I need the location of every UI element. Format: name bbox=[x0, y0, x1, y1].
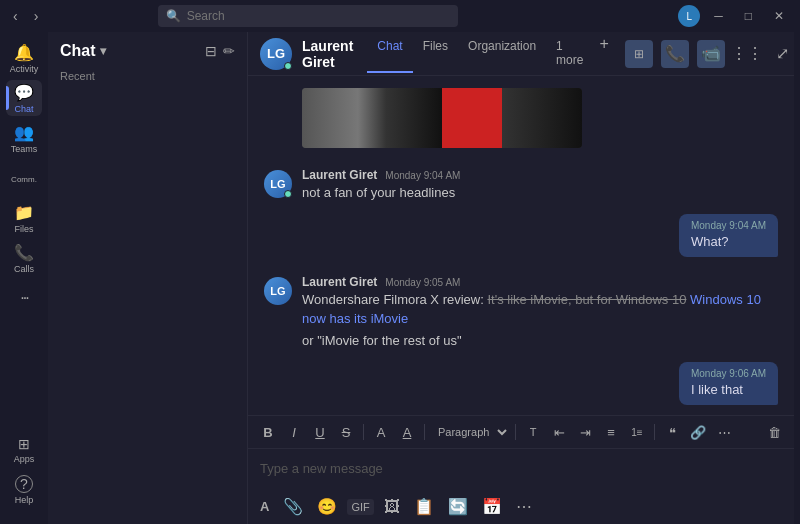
user-avatar: L bbox=[678, 5, 700, 27]
sidebar-item-communities[interactable]: Comm. bbox=[6, 160, 42, 196]
calls-icon: 📞 bbox=[14, 243, 34, 262]
sidebar-item-help[interactable]: ? Help bbox=[6, 472, 42, 508]
filter-icon[interactable]: ⊟ bbox=[205, 43, 217, 59]
help-label: Help bbox=[15, 495, 34, 505]
more-compose-icon[interactable]: ⋯ bbox=[512, 493, 536, 520]
message-group: LG Laurent Giret Monday 9:04 AM not a fa… bbox=[264, 168, 778, 202]
chat-area: LG Laurent Giret Chat Files Organization… bbox=[248, 32, 794, 524]
messages-container[interactable]: LG Laurent Giret Monday 9:04 AM not a fa… bbox=[248, 76, 794, 415]
msg-text: not a fan of your headlines bbox=[302, 184, 778, 202]
indent-button[interactable]: ⇤ bbox=[547, 420, 571, 444]
left-panel: Chat ▾ ⊟ ✏ Recent bbox=[48, 32, 248, 524]
font-highlight-button[interactable]: A bbox=[395, 420, 419, 444]
ordered-list-button[interactable]: 1≡ bbox=[625, 420, 649, 444]
link-button[interactable]: 🔗 bbox=[686, 420, 710, 444]
far-sidebar: 🔔 Activity 💬 Chat 👥 Teams Comm. 📁 Files … bbox=[0, 32, 48, 524]
msg-body: Laurent Giret Monday 9:05 AM Wondershare… bbox=[302, 275, 778, 350]
sent-bubble: Monday 9:04 AM What? bbox=[679, 214, 778, 257]
window-controls: L ─ □ ✕ bbox=[678, 5, 792, 27]
panel-title-chevron[interactable]: ▾ bbox=[100, 44, 106, 58]
search-bar[interactable]: 🔍 bbox=[158, 5, 458, 27]
format-icon[interactable]: A bbox=[256, 495, 273, 518]
sidebar-item-apps[interactable]: ⊞ Apps bbox=[6, 432, 42, 468]
maximize-button[interactable]: □ bbox=[737, 7, 760, 25]
bubble-text: What? bbox=[691, 233, 766, 251]
files-label: Files bbox=[14, 224, 33, 234]
chat-tabs: Chat Files Organization 1 more + bbox=[367, 35, 614, 73]
bubble-time: Monday 9:04 AM bbox=[691, 220, 766, 231]
msg-sender: Laurent Giret bbox=[302, 168, 377, 182]
msg-text: Wondershare Filmora X review: It's like … bbox=[302, 291, 778, 327]
tab-chat[interactable]: Chat bbox=[367, 35, 412, 73]
meet-icon[interactable]: 📋 bbox=[410, 493, 438, 520]
sidebar-item-chat[interactable]: 💬 Chat bbox=[6, 80, 42, 116]
italic-button[interactable]: I bbox=[282, 420, 306, 444]
bubble-time: Monday 9:06 AM bbox=[691, 368, 766, 379]
bullet-list-button[interactable]: ≡ bbox=[599, 420, 623, 444]
audio-call-button[interactable]: 📞 bbox=[661, 40, 689, 68]
toolbar-separator bbox=[515, 424, 516, 440]
search-icon: 🔍 bbox=[166, 9, 181, 23]
sidebar-item-more[interactable]: ··· bbox=[6, 280, 42, 316]
title-bar: ‹ › 🔍 L ─ □ ✕ bbox=[0, 0, 800, 32]
expand-button[interactable]: ⤢ bbox=[769, 40, 794, 68]
more-icon: ··· bbox=[20, 289, 27, 307]
minimize-button[interactable]: ─ bbox=[706, 7, 731, 25]
search-input[interactable] bbox=[187, 9, 450, 23]
contact-avatar: LG bbox=[260, 38, 292, 70]
status-dot bbox=[284, 62, 292, 70]
avatar-initials: LG bbox=[267, 46, 285, 61]
strikethrough-text: It's like iMovie, but for Windows 10 bbox=[487, 292, 686, 307]
loop-icon[interactable]: 🔄 bbox=[444, 493, 472, 520]
new-chat-icon[interactable]: ✏ bbox=[223, 43, 235, 59]
sent-bubble: Monday 9:06 AM I like that bbox=[679, 362, 778, 405]
forward-button[interactable]: › bbox=[29, 6, 44, 26]
recent-label: Recent bbox=[48, 66, 247, 86]
panel-actions: ⊟ ✏ bbox=[205, 43, 235, 59]
scrollbar-track bbox=[794, 32, 800, 524]
chat-label: Chat bbox=[14, 104, 33, 114]
msg-second-line: or "iMovie for the rest of us" bbox=[302, 332, 778, 350]
attach-icon[interactable]: 📎 bbox=[279, 493, 307, 520]
back-button[interactable]: ‹ bbox=[8, 6, 23, 26]
bold-button[interactable]: B bbox=[256, 420, 280, 444]
more-format-button[interactable]: ⋯ bbox=[712, 420, 736, 444]
group-call-button[interactable]: ⊞ bbox=[625, 40, 653, 68]
paragraph-select[interactable]: Paragraph Heading 1 Heading 2 bbox=[430, 423, 510, 441]
tab-files[interactable]: Files bbox=[413, 35, 458, 73]
image-preview bbox=[302, 88, 778, 156]
sidebar-item-teams[interactable]: 👥 Teams bbox=[6, 120, 42, 156]
sidebar-item-calls[interactable]: 📞 Calls bbox=[6, 240, 42, 276]
clear-button[interactable]: 🗑 bbox=[762, 420, 786, 444]
tab-more[interactable]: 1 more bbox=[546, 35, 593, 73]
close-button[interactable]: ✕ bbox=[766, 7, 792, 25]
sticker-icon[interactable]: 🖼 bbox=[380, 494, 404, 520]
tab-organization[interactable]: Organization bbox=[458, 35, 546, 73]
bubble-text: I like that bbox=[691, 381, 766, 399]
contact-name: Laurent Giret bbox=[302, 38, 353, 70]
quote-button[interactable]: ❝ bbox=[660, 420, 684, 444]
left-panel-header: Chat ▾ ⊟ ✏ bbox=[48, 32, 247, 66]
image-content bbox=[302, 88, 582, 148]
sent-message-group: Monday 9:04 AM What? bbox=[264, 214, 778, 265]
teams-label: Teams bbox=[11, 144, 38, 154]
schedule-icon[interactable]: 📅 bbox=[478, 493, 506, 520]
msg-timestamp: Monday 9:04 AM bbox=[385, 170, 460, 181]
app-body: 🔔 Activity 💬 Chat 👥 Teams Comm. 📁 Files … bbox=[0, 32, 800, 524]
sidebar-item-activity[interactable]: 🔔 Activity bbox=[6, 40, 42, 76]
underline-button[interactable]: U bbox=[308, 420, 332, 444]
outdent-button[interactable]: ⇥ bbox=[573, 420, 597, 444]
sidebar-item-files[interactable]: 📁 Files bbox=[6, 200, 42, 236]
more-actions-button[interactable]: ⋮⋮ bbox=[733, 40, 761, 68]
help-icon: ? bbox=[15, 475, 33, 493]
video-call-button[interactable]: 📹 bbox=[697, 40, 725, 68]
emoji-icon[interactable]: 😊 bbox=[313, 493, 341, 520]
strikethrough-button[interactable]: S bbox=[334, 420, 358, 444]
giphy-icon[interactable]: GIF bbox=[347, 499, 373, 515]
add-tab-button[interactable]: + bbox=[593, 35, 614, 73]
msg-timestamp: Monday 9:05 AM bbox=[385, 277, 460, 288]
font-size-button[interactable]: T bbox=[521, 420, 545, 444]
compose-input-area[interactable]: Type a new message bbox=[248, 449, 794, 489]
font-color-button[interactable]: A bbox=[369, 420, 393, 444]
avatar-status bbox=[284, 190, 292, 198]
